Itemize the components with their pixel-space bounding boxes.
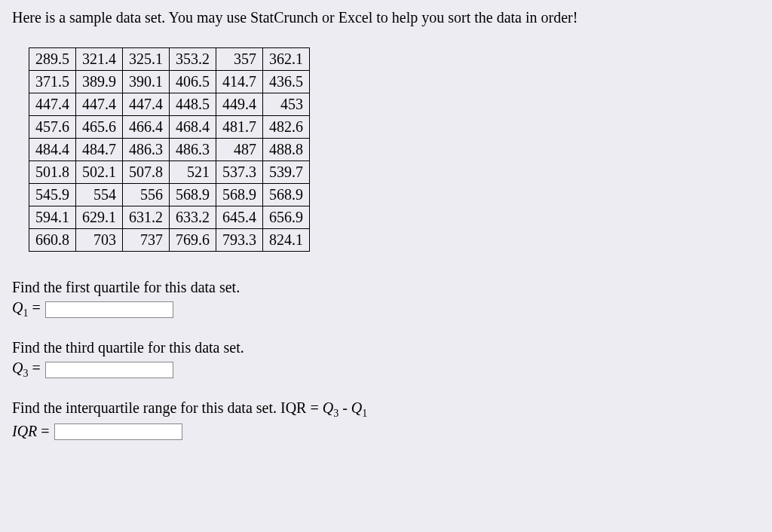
data-cell: 406.5: [170, 71, 216, 93]
data-cell: 631.2: [123, 206, 170, 229]
q1-prompt: Find the first quartile for this data se…: [12, 279, 760, 296]
data-cell: 487: [216, 139, 263, 161]
q1-block: Find the first quartile for this data se…: [12, 279, 760, 320]
q1-label: Q1 =: [12, 299, 41, 320]
q1-letter: Q: [12, 299, 23, 316]
data-cell: 554: [76, 184, 123, 206]
iqr-minus: -: [339, 399, 351, 416]
iqr-prompt-prefix: Find the interquartile range for this da…: [12, 399, 323, 416]
data-table: 289.5321.4325.1353.2357362.1371.5389.939…: [29, 47, 310, 252]
q1-equals: =: [32, 299, 40, 316]
data-cell: 521: [170, 161, 216, 184]
iqr-prompt: Find the interquartile range for this da…: [12, 399, 760, 420]
table-row: 371.5389.9390.1406.5414.7436.5: [29, 71, 310, 93]
data-cell: 414.7: [216, 71, 263, 93]
data-cell: 769.6: [170, 229, 216, 252]
q1-input[interactable]: [45, 301, 173, 318]
data-cell: 362.1: [263, 48, 310, 71]
data-cell: 321.4: [76, 48, 123, 71]
data-cell: 447.4: [76, 93, 123, 116]
data-cell: 353.2: [170, 48, 216, 71]
data-cell: 507.8: [123, 161, 170, 184]
data-cell: 537.3: [216, 161, 263, 184]
data-cell: 660.8: [29, 229, 76, 252]
q3-block: Find the third quartile for this data se…: [12, 339, 760, 380]
data-cell: 436.5: [263, 71, 310, 93]
iqr-label: IQR =: [12, 423, 50, 440]
data-cell: 488.8: [263, 139, 310, 161]
iqr-block: Find the interquartile range for this da…: [12, 399, 760, 440]
iqr-q1-letter: Q: [351, 399, 362, 416]
q1-sub: 1: [23, 307, 28, 319]
data-cell: 486.3: [170, 139, 216, 161]
table-row: 545.9554556568.9568.9568.9: [29, 184, 310, 206]
q3-equals: =: [32, 359, 40, 376]
data-cell: 371.5: [29, 71, 76, 93]
iqr-q3-letter: Q: [323, 399, 333, 416]
data-cell: 629.1: [76, 206, 123, 229]
data-cell: 448.5: [170, 93, 216, 116]
data-cell: 556: [123, 184, 170, 206]
table-row: 501.8502.1507.8521537.3539.7: [29, 161, 310, 184]
data-cell: 289.5: [29, 48, 76, 71]
data-cell: 453: [263, 93, 310, 116]
data-cell: 545.9: [29, 184, 76, 206]
q3-letter: Q: [12, 359, 23, 376]
data-cell: 484.7: [76, 139, 123, 161]
data-cell: 325.1: [123, 48, 170, 71]
data-cell: 486.3: [123, 139, 170, 161]
iqr-answer-line: IQR =: [12, 423, 760, 440]
data-cell: 447.4: [29, 93, 76, 116]
data-cell: 481.7: [216, 116, 263, 139]
data-cell: 449.4: [216, 93, 263, 116]
table-row: 447.4447.4447.4448.5449.4453: [29, 93, 310, 116]
data-cell: 568.9: [263, 184, 310, 206]
data-cell: 633.2: [170, 206, 216, 229]
data-cell: 539.7: [263, 161, 310, 184]
data-cell: 824.1: [263, 229, 310, 252]
data-cell: 793.3: [216, 229, 263, 252]
data-cell: 468.4: [170, 116, 216, 139]
data-cell: 484.4: [29, 139, 76, 161]
data-cell: 457.6: [29, 116, 76, 139]
q3-input[interactable]: [45, 362, 173, 378]
q3-label: Q3 =: [12, 359, 41, 380]
data-cell: 737: [123, 229, 170, 252]
data-cell: 390.1: [123, 71, 170, 93]
data-cell: 447.4: [123, 93, 170, 116]
data-cell: 568.9: [216, 184, 263, 206]
data-cell: 501.8: [29, 161, 76, 184]
q3-prompt: Find the third quartile for this data se…: [12, 339, 760, 356]
iqr-input[interactable]: [54, 423, 182, 440]
data-cell: 645.4: [216, 206, 263, 229]
table-row: 660.8703737769.6793.3824.1: [29, 229, 310, 252]
data-cell: 482.6: [263, 116, 310, 139]
q1-answer-line: Q1 =: [12, 299, 760, 320]
table-row: 594.1629.1631.2633.2645.4656.9: [29, 206, 310, 229]
table-row: 289.5321.4325.1353.2357362.1: [29, 48, 310, 71]
iqr-equals: =: [41, 423, 49, 439]
iqr-var: IQR: [12, 423, 37, 439]
data-cell: 703: [76, 229, 123, 252]
data-cell: 502.1: [76, 161, 123, 184]
table-row: 484.4484.7486.3486.3487488.8: [29, 139, 310, 161]
data-cell: 594.1: [29, 206, 76, 229]
data-cell: 389.9: [76, 71, 123, 93]
data-cell: 656.9: [263, 206, 310, 229]
data-cell: 357: [216, 48, 263, 71]
intro-text: Here is a sample data set. You may use S…: [12, 9, 760, 26]
q3-sub: 3: [23, 368, 28, 379]
data-cell: 465.6: [76, 116, 123, 139]
table-row: 457.6465.6466.4468.4481.7482.6: [29, 116, 310, 139]
data-cell: 568.9: [170, 184, 216, 206]
iqr-q1-sub: 1: [362, 408, 367, 419]
data-cell: 466.4: [123, 116, 170, 139]
q3-answer-line: Q3 =: [12, 359, 760, 380]
